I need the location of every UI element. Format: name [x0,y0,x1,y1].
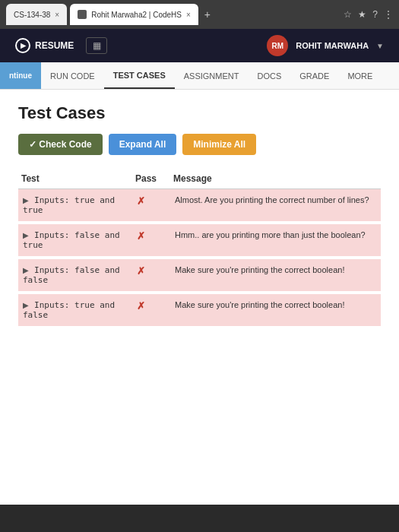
browser-chrome: CS-134-38 × Rohit Marwaha2 | CodeHS × + … [0,0,399,29]
new-tab-button[interactable]: + [204,8,211,21]
test-inputs-label: Inputs: true and true [23,195,115,215]
calendar-icon[interactable]: ▦ [86,37,107,54]
pass-status: ✗ [132,259,170,291]
nav-docs[interactable]: DOCS [248,62,290,89]
continue-button[interactable]: ntinue [0,62,41,89]
tab-label-2: Rohit Marwaha2 | CodeHS [91,11,182,19]
test-inputs-label: Inputs: true and false [23,300,115,320]
col-message: Message [170,169,381,189]
action-buttons: ✓ Check Code Expand All Minimize All [18,134,381,155]
tab-close-1[interactable]: × [55,11,59,19]
table-row[interactable]: ▶ Inputs: true and false ✗ Make sure you… [18,294,381,326]
more-icon[interactable]: ⋮ [384,9,393,20]
test-inputs-label: Inputs: false and false [23,265,120,285]
nav-test-cases[interactable]: TEST CASES [104,62,175,89]
dropdown-chevron-icon[interactable]: ▼ [376,42,384,50]
test-message: Make sure you're printing the correct bo… [170,294,381,326]
expand-all-button[interactable]: Expand All [109,134,177,155]
avatar-initials: RM [272,42,284,50]
main-content: Test Cases ✓ Check Code Expand All Minim… [0,90,399,505]
test-input: ▶ Inputs: true and false [18,294,132,326]
avatar: RM [267,35,288,56]
browser-tab-2[interactable]: Rohit Marwaha2 | CodeHS × [70,4,198,25]
nav-more[interactable]: MORE [338,62,382,89]
tab-favicon-2 [78,10,87,19]
nav-bar: ntinue RUN CODE TEST CASES ASSIGNMENT DO… [0,62,399,90]
table-header-row: Test Pass Message [18,169,381,189]
expand-arrow-icon: ▶ [23,301,29,309]
test-cases-table: Test Pass Message ▶ Inputs: true and tru… [18,169,381,326]
tab-close-2[interactable]: × [186,11,191,19]
pass-status: ✗ [132,189,170,222]
help-icon[interactable]: ? [372,9,378,20]
username-label: ROHIT MARWAHA [296,41,369,50]
minimize-all-button[interactable]: Minimize All [182,134,256,155]
table-row[interactable]: ▶ Inputs: false and false ✗ Make sure yo… [18,259,381,291]
col-test: Test [18,169,132,189]
nav-grade[interactable]: GRADE [290,62,338,89]
pass-status: ✗ [132,294,170,326]
expand-arrow-icon: ▶ [23,196,29,204]
app-header: ▶ RESUME ▦ RM ROHIT MARWAHA ▼ [0,29,399,62]
resume-button[interactable]: ▶ RESUME [15,38,74,53]
test-message: Hmm.. are you printing more than just th… [170,224,381,256]
test-message: Almost. Are you printing the correct num… [170,189,381,222]
table-row[interactable]: ▶ Inputs: false and true ✗ Hmm.. are you… [18,224,381,256]
resume-icon: ▶ [15,38,30,53]
expand-arrow-icon: ▶ [23,231,29,239]
col-pass: Pass [132,169,170,189]
nav-assignment[interactable]: ASSIGNMENT [175,62,249,89]
table-row[interactable]: ▶ Inputs: true and true ✗ Almost. Are yo… [18,189,381,222]
page-title: Test Cases [18,103,381,123]
tab-label: CS-134-38 [14,11,50,19]
star-icon[interactable]: ☆ [344,9,352,20]
test-inputs-label: Inputs: false and true [23,230,120,250]
browser-tab-1[interactable]: CS-134-38 × [6,4,67,25]
test-input: ▶ Inputs: false and false [18,259,132,291]
test-input: ▶ Inputs: true and true [18,189,132,222]
test-input: ▶ Inputs: false and true [18,224,132,256]
expand-arrow-icon: ▶ [23,266,29,274]
resume-label: RESUME [35,40,74,51]
nav-run-code[interactable]: RUN CODE [41,62,104,89]
check-code-button[interactable]: ✓ Check Code [18,134,103,155]
pass-status: ✗ [132,224,170,256]
test-message: Make sure you're printing the correct bo… [170,259,381,291]
bookmark-icon[interactable]: ★ [358,9,366,20]
browser-icons: ☆ ★ ? ⋮ [344,9,393,20]
